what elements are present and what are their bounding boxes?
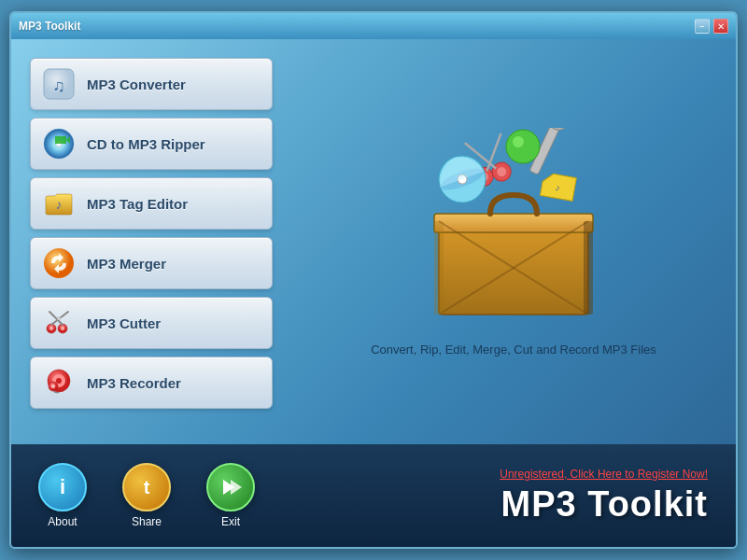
merge-icon — [42, 246, 76, 280]
window-controls: − ✕ — [695, 19, 728, 34]
exit-icon — [206, 463, 255, 511]
share-button[interactable]: t Share — [114, 463, 179, 528]
tag-icon: ♪ — [42, 187, 76, 220]
tagline: Convert, Rip, Edit, Merge, Cut and Recor… — [371, 343, 656, 357]
cd-ripper-button[interactable]: CD to MP3 Ripper — [30, 118, 273, 170]
recorder-icon — [42, 366, 76, 399]
mp3-cutter-button[interactable]: MP3 Cutter — [30, 297, 273, 349]
music-icon: ♫ — [42, 67, 76, 101]
svg-text:♪: ♪ — [56, 197, 63, 212]
close-button[interactable]: ✕ — [713, 19, 728, 34]
title-bar: MP3 Toolkit − ✕ — [11, 13, 736, 39]
toolbox-illustration: ♪ — [411, 128, 616, 324]
mp3-recorder-button[interactable]: MP3 Recorder — [30, 357, 273, 409]
tag-editor-button[interactable]: ♪ MP3 Tag Editor — [30, 177, 273, 230]
share-label: Share — [132, 515, 162, 528]
tools-menu: ♫ MP3 Converter — [30, 58, 291, 426]
exit-button[interactable]: Exit — [198, 463, 263, 528]
svg-point-41 — [513, 136, 524, 147]
window-title: MP3 Toolkit — [19, 20, 80, 33]
content-area: ♫ MP3 Converter — [11, 39, 736, 444]
mp3-merger-button[interactable]: MP3 Merger — [30, 237, 273, 289]
mp3-merger-label: MP3 Merger — [87, 256, 166, 272]
svg-point-17 — [56, 378, 62, 384]
share-icon: t — [122, 463, 171, 511]
cd-ripper-label: CD to MP3 Ripper — [87, 136, 205, 152]
tag-editor-label: MP3 Tag Editor — [87, 196, 188, 212]
app-branding: Unregistered, Click Here to Register Now… — [263, 468, 717, 525]
about-label: About — [48, 515, 77, 528]
svg-rect-21 — [434, 214, 593, 232]
svg-text:i: i — [60, 475, 65, 498]
svg-marker-46 — [231, 480, 242, 495]
svg-point-10 — [49, 327, 53, 330]
mp3-cutter-label: MP3 Cutter — [87, 315, 161, 331]
svg-point-14 — [57, 316, 61, 320]
register-link[interactable]: Unregistered, Click Here to Register Now… — [500, 468, 708, 481]
svg-point-7 — [44, 248, 74, 278]
exit-label: Exit — [221, 515, 240, 528]
mp3-converter-button[interactable]: ♫ MP3 Converter — [30, 58, 273, 110]
bottom-actions: i About t Share — [30, 463, 263, 528]
cut-icon — [42, 306, 76, 340]
right-panel: ♪ Convert, Rip, Edit, Merge, Cut and Rec… — [310, 58, 717, 426]
svg-text:♫: ♫ — [52, 77, 65, 95]
app-title: MP3 Toolkit — [501, 484, 708, 525]
about-icon: i — [38, 463, 87, 511]
mp3-converter-label: MP3 Converter — [87, 77, 186, 92]
svg-point-11 — [61, 327, 64, 330]
svg-rect-24 — [434, 221, 444, 315]
bottom-bar: i About t Share — [11, 444, 736, 547]
svg-text:t: t — [144, 477, 150, 497]
svg-rect-25 — [584, 221, 593, 315]
cd-icon — [42, 127, 76, 161]
minimize-button[interactable]: − — [695, 19, 710, 34]
mp3-recorder-label: MP3 Recorder — [87, 375, 181, 391]
svg-point-19 — [51, 385, 55, 388]
main-content: ♫ MP3 Converter — [11, 39, 736, 547]
about-button[interactable]: i About — [30, 463, 95, 528]
main-window: MP3 Toolkit − ✕ — [9, 11, 738, 549]
